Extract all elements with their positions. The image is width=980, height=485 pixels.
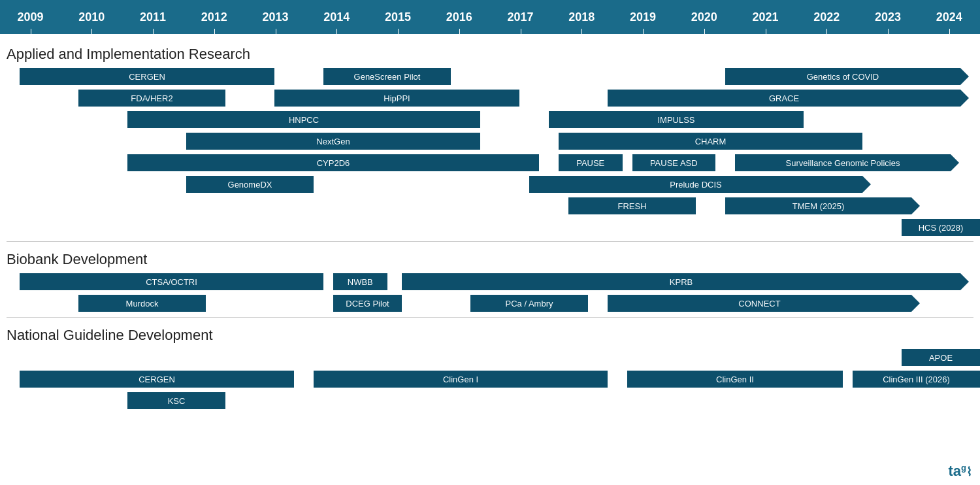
bar-row-1: FDA/HER2HipPPIGRACE <box>0 88 980 108</box>
bar-apoe: APOE <box>902 349 980 366</box>
year-label-2021: 2021 <box>752 10 778 24</box>
bar-impulss: IMPULSS <box>549 111 804 128</box>
bar-clingen-ii: ClinGen II <box>627 371 843 388</box>
bar-prelude-dcis: Prelude DCIS <box>529 176 862 193</box>
bar-ksc: KSC <box>127 392 225 409</box>
bar-row-3: NextGenCHARM <box>0 131 980 151</box>
bar-row-0: CTSA/OCTRINWBBKPRB <box>0 272 980 292</box>
section-title-biobank: Biobank Development <box>0 246 980 272</box>
bar-fda/her2: FDA/HER2 <box>78 90 225 107</box>
logo-text: tag⌇ <box>948 463 972 479</box>
bar-tmem-(2025): TMEM (2025) <box>725 197 911 214</box>
bar-row-1: MurdockDCEG PilotPCa / AmbryCONNECT <box>0 293 980 313</box>
year-label-2023: 2023 <box>875 10 901 24</box>
bar-surveillance-genomic-policies: Surveillance Genomic Policies <box>735 154 951 171</box>
year-label-2019: 2019 <box>630 10 656 24</box>
bar-cyp2d6: CYP2D6 <box>127 154 539 171</box>
timeline-container: 2009201020112012201320142015201620172018… <box>0 0 980 419</box>
bar-row-5: GenomeDXPrelude DCIS <box>0 175 980 194</box>
bar-grace: GRACE <box>608 90 960 107</box>
section-title-national: National Guideline Development <box>0 322 980 348</box>
bar-clingen-iii-(2026): ClinGen III (2026) <box>853 371 980 388</box>
year-label-2012: 2012 <box>201 10 227 24</box>
content-area: Applied and Implementation Research CERG… <box>0 34 980 419</box>
year-label-2015: 2015 <box>385 10 411 24</box>
year-label-2013: 2013 <box>262 10 288 24</box>
bar-row-0: APOE <box>0 348 980 367</box>
year-label-2014: 2014 <box>323 10 350 24</box>
year-label-2020: 2020 <box>691 10 717 24</box>
logo-area: tag⌇ <box>948 463 972 480</box>
bar-cergen: CERGEN <box>20 68 274 85</box>
year-label-2011: 2011 <box>140 10 166 24</box>
divider-2 <box>7 317 973 318</box>
bar-kprb: KPRB <box>402 273 960 290</box>
year-labels: 2009201020112012201320142015201620172018… <box>0 0 980 34</box>
bar-murdock: Murdock <box>78 295 206 312</box>
section-applied: Applied and Implementation Research CERG… <box>0 41 980 237</box>
bar-charm: CHARM <box>559 133 862 150</box>
section-national: National Guideline Development APOECERGE… <box>0 322 980 410</box>
bar-dceg-pilot: DCEG Pilot <box>333 295 402 312</box>
timeline-header: 2009201020112012201320142015201620172018… <box>0 0 980 34</box>
bar-genescreen-pilot: GeneScreen Pilot <box>323 68 451 85</box>
bar-cergen: CERGEN <box>20 371 294 388</box>
bars-biobank: CTSA/OCTRINWBBKPRBMurdockDCEG PilotPCa /… <box>0 272 980 313</box>
bar-hipppi: HipPPI <box>274 90 519 107</box>
bar-row-0: CERGENGeneScreen PilotGenetics of COVID <box>0 67 980 86</box>
bar-row-6: FRESHTMEM (2025) <box>0 196 980 216</box>
bar-nwbb: NWBB <box>333 273 387 290</box>
year-label-2022: 2022 <box>813 10 840 24</box>
bar-genetics-of-covid: Genetics of COVID <box>725 68 960 85</box>
bar-hcs-(2028): HCS (2028) <box>902 219 980 236</box>
bar-pause-asd: PAUSE ASD <box>632 154 716 171</box>
divider-1 <box>7 241 973 242</box>
bar-hnpcc: HNPCC <box>127 111 480 128</box>
year-label-2024: 2024 <box>936 10 962 24</box>
section-biobank: Biobank Development CTSA/OCTRINWBBKPRBMu… <box>0 246 980 313</box>
bar-clingen-i: ClinGen I <box>314 371 608 388</box>
bar-row-2: KSC <box>0 391 980 410</box>
bar-nextgen: NextGen <box>186 133 480 150</box>
bar-pca-/-ambry: PCa / Ambry <box>470 295 588 312</box>
bar-pause: PAUSE <box>559 154 623 171</box>
year-label-2016: 2016 <box>446 10 472 24</box>
year-label-2018: 2018 <box>568 10 595 24</box>
bar-ctsa/octri: CTSA/OCTRI <box>20 273 323 290</box>
bar-row-2: HNPCCIMPULSS <box>0 110 980 129</box>
bar-row-4: CYP2D6PAUSEPAUSE ASDSurveillance Genomic… <box>0 153 980 173</box>
year-label-2017: 2017 <box>507 10 533 24</box>
bars-applied: CERGENGeneScreen PilotGenetics of COVIDF… <box>0 67 980 237</box>
bar-fresh: FRESH <box>568 197 696 214</box>
year-label-2009: 2009 <box>17 10 43 24</box>
bar-connect: CONNECT <box>608 295 911 312</box>
bar-row-7: HCS (2028) <box>0 218 980 237</box>
bars-national: APOECERGENClinGen IClinGen IIClinGen III… <box>0 348 980 410</box>
bar-genomedx: GenomeDX <box>186 176 314 193</box>
bar-row-1: CERGENClinGen IClinGen IIClinGen III (20… <box>0 369 980 389</box>
year-label-2010: 2010 <box>78 10 105 24</box>
section-title-applied: Applied and Implementation Research <box>0 41 980 67</box>
